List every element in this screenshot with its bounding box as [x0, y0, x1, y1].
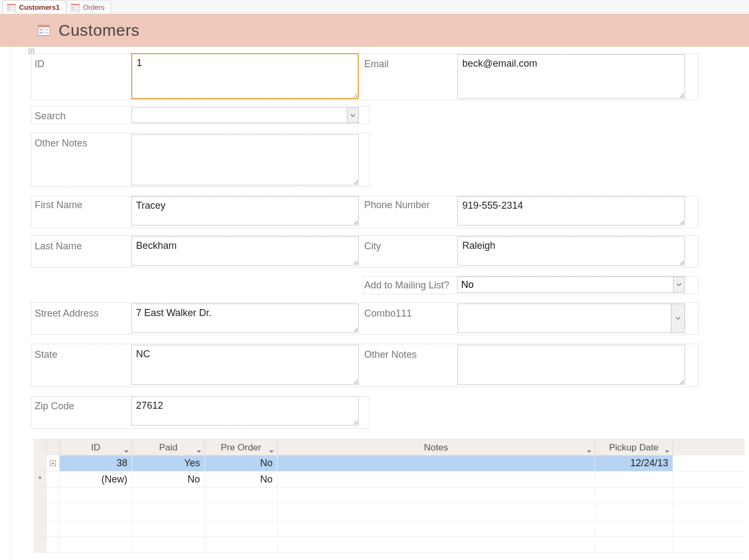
chevron-down-icon[interactable] — [665, 446, 669, 450]
tab-label: Orders — [83, 3, 105, 11]
mailing-combo[interactable] — [457, 276, 685, 293]
label-street: Street Address — [35, 308, 99, 319]
dropdown-button[interactable] — [673, 276, 685, 293]
cell-id[interactable]: 38 — [60, 455, 132, 471]
tab-label: Customers1 — [19, 3, 60, 11]
dropdown-button[interactable] — [347, 107, 359, 123]
email-field[interactable] — [457, 54, 685, 99]
svg-rect-1 — [7, 4, 16, 5]
record-selector-gutter[interactable] — [0, 47, 12, 560]
table-row-empty — [34, 520, 745, 537]
label-zip: Zip Code — [35, 401, 74, 412]
id-field[interactable] — [131, 53, 359, 99]
cell-pickup-date[interactable]: 12/24/13 — [595, 455, 673, 471]
cell-notes[interactable] — [277, 455, 595, 471]
svg-rect-17 — [44, 31, 48, 33]
svg-rect-8 — [72, 7, 75, 8]
street-field[interactable] — [131, 304, 359, 333]
row-selector[interactable]: * — [34, 472, 47, 487]
form-header: Customers — [0, 14, 749, 47]
svg-rect-15 — [40, 31, 43, 33]
svg-rect-16 — [44, 29, 48, 30]
table-row-new[interactable]: * (New) No No — [34, 472, 745, 488]
svg-rect-13 — [38, 25, 50, 27]
first-name-field[interactable] — [131, 196, 359, 226]
select-all-cell[interactable] — [34, 440, 47, 455]
label-last-name: Last Name — [35, 241, 82, 252]
row-selector[interactable] — [34, 455, 47, 471]
column-header-preorder[interactable]: Pre Order — [205, 440, 277, 455]
table-row[interactable]: + 38 Yes No 12/24/13 — [34, 455, 745, 472]
label-id: ID — [35, 59, 44, 70]
label-other-notes-1: Other Notes — [35, 138, 87, 149]
svg-rect-9 — [72, 9, 75, 10]
table-row-empty — [34, 504, 745, 520]
zip-field[interactable] — [131, 396, 359, 426]
other-notes-field-2[interactable] — [457, 345, 685, 385]
cell-paid[interactable]: No — [132, 472, 205, 487]
form-icon — [71, 4, 80, 11]
cell-pickup-date[interactable] — [595, 472, 673, 487]
column-header-pickup-date[interactable]: Pickup Date — [595, 440, 673, 455]
city-field[interactable] — [457, 236, 685, 266]
cell-id[interactable]: (New) — [60, 472, 132, 487]
tab-customers1[interactable]: Customers1 — [2, 0, 67, 14]
page-title: Customers — [59, 21, 140, 40]
svg-rect-2 — [8, 7, 11, 8]
label-phone: Phone Number — [364, 199, 430, 211]
label-mailing: Add to Mailing List? — [364, 280, 449, 291]
combo111-input[interactable] — [457, 304, 671, 333]
combo111[interactable] — [457, 304, 685, 333]
search-combo[interactable] — [131, 107, 359, 123]
column-header-id[interactable]: ID — [60, 440, 132, 455]
table-row-empty — [34, 537, 745, 553]
state-field[interactable] — [131, 345, 359, 385]
orders-subform: ID Paid Pre Order Notes Pickup Date + 38… — [34, 439, 745, 553]
label-other-notes-2: Other Notes — [364, 349, 417, 361]
svg-rect-10 — [76, 7, 79, 8]
svg-rect-5 — [12, 9, 15, 10]
chevron-down-icon[interactable] — [587, 446, 591, 450]
form-detail: + ID Search Other Notes First Name Last … — [13, 47, 745, 560]
expand-toggle[interactable]: + — [29, 49, 34, 54]
phone-field[interactable] — [457, 196, 685, 226]
column-header-notes[interactable]: Notes — [277, 440, 595, 455]
form-icon — [38, 25, 50, 36]
cell-notes[interactable] — [277, 472, 595, 487]
chevron-down-icon[interactable] — [269, 446, 274, 450]
label-combo111: Combo111 — [364, 308, 412, 319]
chevron-down-icon[interactable] — [197, 446, 201, 450]
column-header-paid[interactable]: Paid — [132, 440, 205, 455]
cell-preorder[interactable]: No — [205, 455, 277, 471]
label-email: Email — [364, 59, 389, 70]
dropdown-button[interactable] — [671, 304, 685, 333]
svg-rect-3 — [8, 9, 11, 10]
cell-preorder[interactable]: No — [205, 472, 277, 487]
form-icon — [7, 4, 16, 11]
last-name-field[interactable] — [131, 236, 359, 266]
svg-rect-14 — [40, 29, 43, 30]
datasheet-header: ID Paid Pre Order Notes Pickup Date — [34, 440, 745, 455]
search-input[interactable] — [131, 107, 347, 123]
label-city: City — [364, 241, 381, 252]
svg-rect-11 — [76, 9, 79, 10]
svg-rect-7 — [71, 4, 80, 5]
label-first-name: First Name — [35, 199, 82, 211]
other-notes-field-1[interactable] — [131, 134, 359, 185]
svg-rect-4 — [12, 7, 15, 8]
label-search: Search — [35, 111, 66, 122]
chevron-down-icon[interactable] — [124, 446, 128, 450]
cell-paid[interactable]: Yes — [132, 455, 205, 471]
table-row-empty — [34, 488, 745, 504]
expand-row-icon[interactable]: + — [50, 460, 56, 466]
tab-orders[interactable]: Orders — [66, 0, 112, 14]
tab-bar: Customers1 Orders — [0, 0, 749, 14]
label-state: State — [35, 349, 57, 361]
mailing-input[interactable] — [457, 276, 673, 293]
